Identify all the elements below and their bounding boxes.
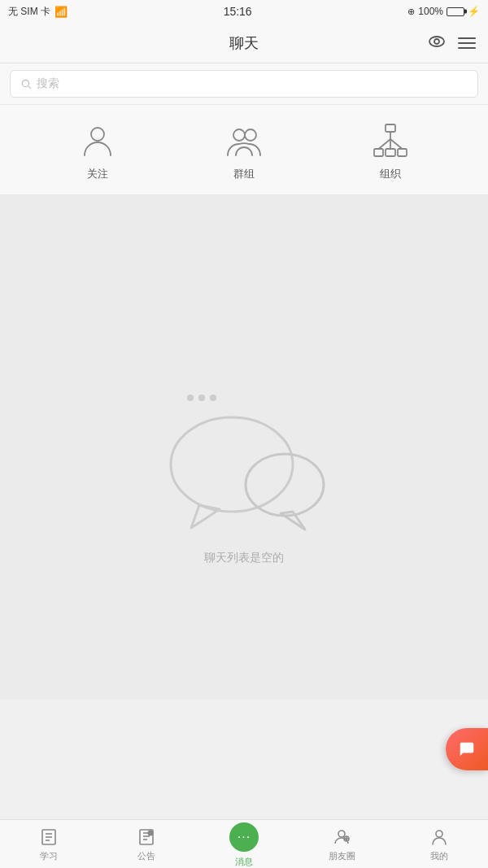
svg-text:!: ! (150, 831, 150, 835)
svg-point-5 (233, 129, 245, 141)
nav-right-actions (427, 32, 476, 55)
org-label: 组织 (380, 167, 401, 181)
category-row: 关注 群组 组织 (0, 105, 488, 195)
follow-label: 关注 (87, 167, 108, 181)
mine-icon-wrap (429, 827, 450, 848)
sim-text: 无 SIM 卡 (8, 5, 50, 19)
org-icon (371, 121, 410, 160)
friends-icon-wrap (331, 827, 352, 848)
notice-icon: ! (137, 827, 156, 847)
message-icon-wrap: ··· (228, 821, 260, 853)
friends-label: 朋友圈 (329, 850, 355, 862)
search-icon (20, 78, 32, 89)
mine-icon (429, 827, 449, 847)
tab-mine[interactable]: 我的 (390, 827, 488, 862)
category-follow[interactable]: 关注 (78, 121, 117, 181)
search-bar[interactable]: 搜索 (10, 70, 478, 98)
battery-percent: 100% (418, 6, 443, 17)
svg-rect-10 (398, 149, 407, 156)
mine-label: 我的 (430, 850, 448, 862)
notice-label: 公告 (137, 850, 155, 862)
eye-button[interactable] (427, 32, 447, 55)
svg-line-14 (390, 139, 403, 149)
tab-study[interactable]: 学习 (0, 827, 98, 862)
charging-icon: ⚡ (468, 6, 480, 17)
main-content: 聊天列表是空的 (0, 195, 488, 700)
svg-point-0 (429, 37, 444, 46)
svg-point-33 (436, 831, 442, 837)
svg-point-29 (338, 831, 345, 837)
notice-icon-wrap: ! (136, 827, 157, 848)
svg-line-3 (28, 86, 31, 89)
tab-bar: 学习 ! 公告 ··· 消息 (0, 819, 488, 868)
friends-icon (332, 827, 351, 847)
message-dots: ··· (237, 830, 251, 844)
svg-point-4 (91, 128, 104, 141)
empty-message: 聊天列表是空的 (204, 551, 284, 565)
svg-marker-16 (191, 505, 220, 528)
svg-point-15 (171, 417, 293, 512)
fab-chat-icon (458, 740, 476, 758)
fab-button[interactable] (446, 728, 488, 770)
svg-rect-7 (386, 124, 395, 132)
study-label: 学习 (40, 850, 58, 862)
svg-line-12 (379, 139, 391, 149)
svg-point-1 (434, 39, 439, 44)
svg-rect-8 (374, 149, 383, 156)
lock-icon: ⊕ (407, 7, 415, 17)
tab-friends[interactable]: 朋友圈 (293, 827, 390, 862)
svg-point-2 (22, 80, 28, 86)
search-placeholder: 搜索 (37, 76, 59, 91)
group-icon (224, 121, 264, 160)
status-right: ⊕ 100% ⚡ (407, 6, 480, 17)
battery-icon (447, 7, 464, 16)
svg-point-17 (246, 454, 324, 516)
study-icon-wrap (38, 827, 59, 848)
chat-bubbles-svg (155, 408, 333, 538)
status-left: 无 SIM 卡 📶 (8, 5, 68, 19)
tab-message[interactable]: ··· 消息 (195, 821, 293, 868)
message-active-bubble: ··· (229, 822, 259, 852)
svg-rect-9 (386, 149, 395, 156)
page-title: 聊天 (229, 33, 259, 53)
menu-button[interactable] (458, 37, 476, 49)
empty-illustration: 聊天列表是空的 (155, 395, 333, 565)
group-label: 群组 (233, 167, 255, 181)
wifi-icon: 📶 (54, 6, 68, 18)
search-bar-wrap: 搜索 (0, 63, 488, 105)
category-org[interactable]: 组织 (371, 121, 410, 181)
tab-notice[interactable]: ! 公告 (98, 827, 195, 862)
svg-point-6 (245, 129, 256, 141)
status-time: 15:16 (224, 5, 252, 18)
study-icon (39, 827, 59, 847)
category-group[interactable]: 群组 (224, 121, 264, 181)
status-bar: 无 SIM 卡 📶 15:16 ⊕ 100% ⚡ (0, 0, 488, 23)
nav-bar: 聊天 (0, 23, 488, 63)
follow-icon (78, 121, 117, 160)
message-label: 消息 (235, 856, 253, 868)
bubble-dots (187, 395, 216, 401)
